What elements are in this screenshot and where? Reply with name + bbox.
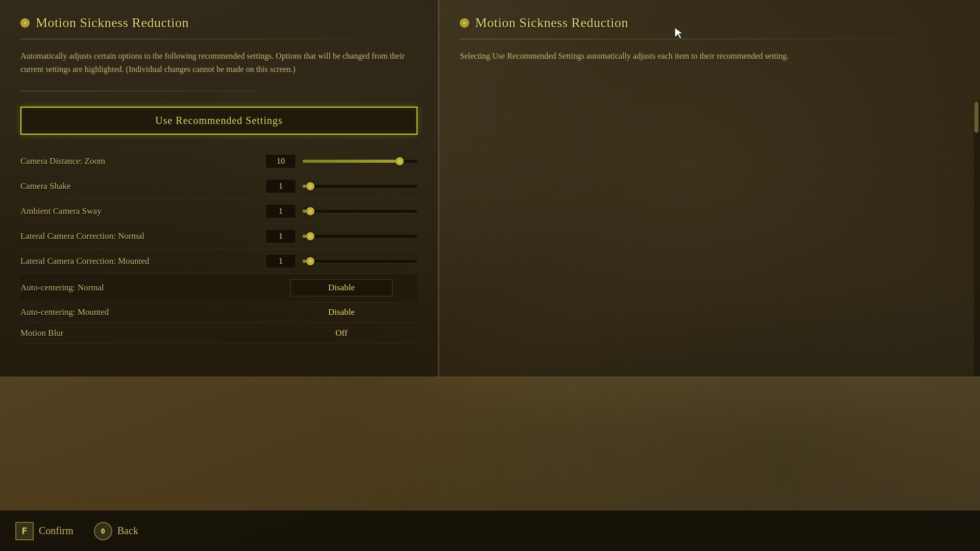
dropdown-value-autocentering-normal: Disable <box>328 283 355 292</box>
slider-thumb-ambient-camera-sway <box>306 207 314 215</box>
right-panel-title-row: Motion Sickness Reduction <box>460 15 960 31</box>
left-panel-description: Automatically adjusts certain options to… <box>20 49 418 76</box>
setting-dropdown-motion-blur[interactable]: Off <box>265 328 418 338</box>
slider-track-camera-shake[interactable] <box>302 184 418 188</box>
use-recommended-button[interactable]: Use Recommended Settings <box>20 107 418 135</box>
back-key-badge: 0 <box>94 522 112 540</box>
title-dot-icon <box>20 18 30 28</box>
divider <box>20 91 418 91</box>
left-panel-title-row: Motion Sickness Reduction <box>20 15 418 31</box>
confirm-label: Confirm <box>39 525 74 537</box>
setting-label-camera-distance-zoom: Camera Distance: Zoom <box>20 156 265 166</box>
title-underline <box>20 39 418 39</box>
setting-label-camera-shake: Camera Shake <box>20 181 265 191</box>
setting-label-ambient-camera-sway: Ambient Camera Sway <box>20 206 265 216</box>
setting-label-motion-blur: Motion Blur <box>20 328 265 338</box>
dropdown-value-autocentering-mounted: Disable <box>328 307 355 317</box>
setting-row-lateral-camera-mounted: Lateral Camera Correction: Mounted 1 <box>20 249 418 274</box>
dropdown-value-motion-blur: Off <box>335 328 347 338</box>
setting-row-camera-distance-zoom: Camera Distance: Zoom 10 <box>20 149 418 174</box>
right-panel-title: Motion Sickness Reduction <box>475 15 628 31</box>
slider-fill-ambient-camera-sway <box>303 210 306 213</box>
left-panel-title: Motion Sickness Reduction <box>36 15 189 31</box>
setting-row-lateral-camera-normal: Lateral Camera Correction: Normal 1 <box>20 224 418 249</box>
setting-value-lateral-camera-normal: 1 <box>265 229 296 243</box>
right-title-underline <box>460 39 960 39</box>
settings-list: Camera Distance: Zoom 10 Camera Shake 1 … <box>20 149 418 344</box>
setting-value-ambient-camera-sway: 1 <box>265 204 296 218</box>
slider-track-lateral-camera-normal[interactable] <box>302 234 418 238</box>
setting-dropdown-autocentering-normal[interactable]: Disable <box>265 279 418 296</box>
right-title-dot-icon <box>460 18 469 28</box>
right-panel: Motion Sickness Reduction Selecting Use … <box>439 0 980 378</box>
slider-track-lateral-camera-mounted[interactable] <box>302 259 418 263</box>
slider-fill-lateral-camera-mounted <box>303 260 306 263</box>
slider-fill-camera-shake <box>303 185 306 188</box>
slider-thumb-lateral-camera-mounted <box>306 257 314 265</box>
slider-fill-camera-distance-zoom <box>303 160 400 163</box>
left-panel: Motion Sickness Reduction Automatically … <box>0 0 439 378</box>
setting-label-autocentering-mounted: Auto-centering: Mounted <box>20 307 265 317</box>
setting-row-autocentering-normal: Auto-centering: Normal Disable <box>20 274 418 302</box>
slider-track-ambient-camera-sway[interactable] <box>302 209 418 213</box>
setting-value-lateral-camera-mounted: 1 <box>265 254 296 268</box>
confirm-key-badge: F <box>15 522 34 540</box>
setting-value-camera-shake: 1 <box>265 179 296 193</box>
confirm-action: F Confirm <box>15 522 74 540</box>
slider-track-camera-distance-zoom[interactable] <box>302 159 418 163</box>
setting-row-camera-shake: Camera Shake 1 <box>20 174 418 199</box>
setting-value-camera-distance-zoom: 10 <box>265 154 296 168</box>
slider-fill-lateral-camera-normal <box>303 235 306 238</box>
setting-label-lateral-camera-mounted: Lateral Camera Correction: Mounted <box>20 256 265 266</box>
right-panel-scrollbar[interactable] <box>974 102 980 377</box>
setting-dropdown-autocentering-mounted[interactable]: Disable <box>265 307 418 317</box>
setting-row-ambient-camera-sway: Ambient Camera Sway 1 <box>20 199 418 224</box>
setting-row-motion-blur: Motion Blur Off <box>20 323 418 344</box>
slider-thumb-lateral-camera-normal <box>306 232 314 240</box>
back-label: Back <box>117 525 138 537</box>
scrollbar-thumb <box>974 102 978 133</box>
right-panel-description: Selecting Use Recommended Settings autom… <box>460 49 960 63</box>
slider-thumb-camera-shake <box>306 182 314 190</box>
setting-row-autocentering-mounted: Auto-centering: Mounted Disable <box>20 302 418 323</box>
setting-label-lateral-camera-normal: Lateral Camera Correction: Normal <box>20 231 265 241</box>
setting-label-autocentering-normal: Auto-centering: Normal <box>20 283 265 293</box>
slider-thumb-camera-distance-zoom <box>396 157 404 165</box>
back-action: 0 Back <box>94 522 138 540</box>
bottom-bar: F Confirm 0 Back <box>0 510 980 551</box>
